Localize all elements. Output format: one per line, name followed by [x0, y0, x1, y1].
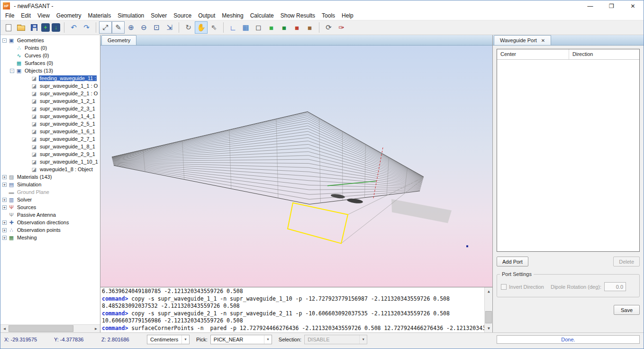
- menu-calculate[interactable]: Calculate: [247, 12, 277, 19]
- menu-tools[interactable]: Tools: [318, 12, 338, 19]
- ports-table[interactable]: Center Direction: [497, 49, 640, 252]
- tree-item-supr-waveguide-1-8-1[interactable]: ◪supr_waveguide_1_8_1: [0, 143, 100, 150]
- collapse-icon[interactable]: -: [10, 69, 14, 73]
- tree-item-observation-directions[interactable]: +✚Observation directions: [0, 219, 100, 226]
- tree-item-ground-plane[interactable]: ▬Ground Plane: [0, 188, 100, 196]
- import-button[interactable]: ↓: [52, 23, 60, 32]
- tree-item-curves-0[interactable]: ∿Curves (0): [0, 52, 100, 59]
- add-button[interactable]: +: [41, 23, 50, 32]
- menu-view[interactable]: View: [34, 12, 53, 19]
- collapse-icon[interactable]: -: [2, 38, 7, 43]
- grid-button[interactable]: ▦: [239, 21, 252, 34]
- tree-item-observation-points[interactable]: +∴Observation points: [0, 226, 100, 234]
- tree-item-passive-antenna[interactable]: ΨPassive Antenna: [0, 211, 100, 219]
- fit-view-button[interactable]: ⤢: [99, 21, 112, 34]
- minimize-button[interactable]: —: [580, 0, 601, 11]
- zoom-in-button[interactable]: ⊕: [125, 21, 137, 34]
- tree-item-objects-13[interactable]: -▣Objects (13): [0, 67, 100, 74]
- dipole-rotation-input[interactable]: [604, 282, 626, 291]
- scroll-down-button[interactable]: ▼: [485, 324, 493, 332]
- tree-item-points-0[interactable]: ∴Points (0): [0, 44, 100, 52]
- mesh-tool-button[interactable]: ✑: [335, 21, 348, 34]
- tab-waveguide-port[interactable]: Waveguide Port ✕: [494, 35, 551, 45]
- console-scrollbar-thumb[interactable]: [485, 311, 492, 323]
- menu-show-results[interactable]: Show Results: [277, 12, 318, 19]
- menu-materials[interactable]: Materials: [85, 12, 115, 19]
- redo-button[interactable]: ↷: [80, 21, 93, 34]
- scroll-left-button[interactable]: ◄: [0, 325, 9, 333]
- menu-output[interactable]: Output: [195, 12, 218, 19]
- scroll-right-button[interactable]: ►: [92, 325, 100, 333]
- zoom-extents-button[interactable]: ⇲: [163, 21, 176, 34]
- menu-solver[interactable]: Solver: [147, 12, 170, 19]
- tree-item-supr-waveguide-2-5-1[interactable]: ◪supr_waveguide_2_5_1: [0, 120, 100, 128]
- edit-geometry-button[interactable]: ✎: [112, 21, 125, 34]
- shaded-view-button[interactable]: ■: [265, 21, 278, 34]
- expand-icon[interactable]: +: [2, 183, 7, 187]
- menu-meshing[interactable]: Meshing: [218, 12, 246, 19]
- expand-icon[interactable]: +: [2, 228, 7, 232]
- tree-item-surfaces-0[interactable]: ▦Surfaces (0): [0, 59, 100, 67]
- menu-help[interactable]: Help: [338, 12, 357, 19]
- scroll-up-button[interactable]: ▲: [485, 287, 493, 295]
- save-button[interactable]: [27, 21, 40, 34]
- materials-view-button[interactable]: ■: [290, 21, 303, 34]
- save-port-button[interactable]: Save: [614, 305, 640, 315]
- axes-button[interactable]: ∟: [227, 21, 239, 34]
- expand-icon[interactable]: +: [2, 220, 7, 225]
- zoom-out-button[interactable]: ⊖: [137, 21, 150, 34]
- zoom-window-button[interactable]: ⊡: [150, 21, 163, 34]
- texture-view-button[interactable]: ■: [303, 21, 316, 34]
- menu-file[interactable]: File: [2, 12, 18, 19]
- scrollbar-track[interactable]: [9, 325, 92, 333]
- close-tab-icon[interactable]: ✕: [541, 38, 545, 43]
- maximize-button[interactable]: ❐: [601, 0, 622, 11]
- delete-port-button[interactable]: Delete: [613, 257, 640, 266]
- tree-item-supr-waveguide-2-7-1[interactable]: ◪supr_waveguide_2_7_1: [0, 135, 100, 143]
- open-button[interactable]: [15, 21, 27, 34]
- tree-item-supr-waveguide-1-4-1[interactable]: ◪supr_waveguide_1_4_1: [0, 112, 100, 120]
- add-port-button[interactable]: Add Port: [497, 257, 528, 266]
- tree-item-supr-waveguide-2-3-1[interactable]: ◪supr_waveguide_2_3_1: [0, 105, 100, 112]
- tree-item-supr-waveguide-2-1-o[interactable]: ◪supr_waveguide_2_1 : O: [0, 90, 100, 97]
- tree-item-geometries[interactable]: -▣Geometries: [0, 37, 100, 44]
- geometry-viewport[interactable]: [100, 46, 492, 287]
- menu-simulation[interactable]: Simulation: [114, 12, 147, 19]
- expand-icon[interactable]: +: [2, 198, 7, 202]
- expand-icon[interactable]: +: [2, 236, 7, 240]
- pick-select[interactable]: PICK_NEAR ▼: [210, 335, 272, 344]
- menu-geometry[interactable]: Geometry: [53, 12, 85, 19]
- tab-geometry[interactable]: Geometry: [101, 35, 136, 45]
- new-file-button[interactable]: [2, 21, 15, 34]
- tree-horizontal-scrollbar[interactable]: ◄ ►: [0, 324, 100, 332]
- tree-item-solver[interactable]: +▥Solver: [0, 196, 100, 203]
- tree-item-meshing[interactable]: +▦Meshing: [0, 234, 100, 241]
- console-scrollbar[interactable]: ▲ ▼: [484, 287, 492, 332]
- wireframe-view-button[interactable]: ◻: [252, 21, 265, 34]
- tree-item-supr-waveguide-2-9-1[interactable]: ◪supr_waveguide_2_9_1: [0, 150, 100, 158]
- solid-view-button[interactable]: ■: [278, 21, 290, 34]
- menu-source[interactable]: Source: [170, 12, 195, 19]
- expand-icon[interactable]: +: [2, 205, 7, 210]
- tree-item-materials-143[interactable]: +▨Materials (143): [0, 173, 100, 181]
- tree-item-supr-waveguide-1-10-1[interactable]: ◪supr_waveguide_1_10_1: [0, 158, 100, 165]
- invert-direction-checkbox[interactable]: [501, 284, 507, 290]
- menu-edit[interactable]: Edit: [18, 12, 34, 19]
- pan-button[interactable]: ✋: [195, 21, 208, 34]
- scrollbar-thumb[interactable]: [9, 325, 73, 332]
- units-select[interactable]: Centimeters ▼: [147, 335, 190, 344]
- rotate-geometry-button[interactable]: ⟳: [322, 21, 335, 34]
- selection-select[interactable]: DISABLE ▼: [304, 335, 367, 344]
- tree-item-supr-waveguide-1-1-o[interactable]: ◪supr_waveguide_1_1 : O: [0, 82, 100, 90]
- close-button[interactable]: ✕: [622, 0, 644, 11]
- undo-button[interactable]: ↶: [67, 21, 80, 34]
- tree-item-sources[interactable]: +ΨSources: [0, 203, 100, 211]
- tree-item-waveguide1-8-object[interactable]: ◪waveguide1_8 : Object: [0, 165, 100, 173]
- console-output[interactable]: 6.3639624049180785 -2.121320343559726 0.…: [100, 287, 484, 332]
- expand-icon[interactable]: +: [2, 175, 7, 179]
- console-scrollbar-track[interactable]: [485, 295, 492, 324]
- rotate-view-button[interactable]: ↻: [182, 21, 195, 34]
- tree-item-supr-waveguide-1-6-1[interactable]: ◪supr_waveguide_1_6_1: [0, 128, 100, 135]
- tree-item-feeding-waveguide-11[interactable]: ◪feeding_waveguide_11 :: [0, 74, 100, 82]
- select-button[interactable]: ⇖: [208, 21, 220, 34]
